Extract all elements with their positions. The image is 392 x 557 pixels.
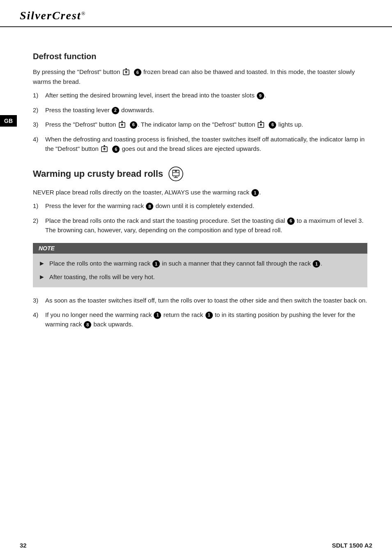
defrost-steps: 1) After setting the desired browning le… — [33, 90, 367, 154]
badge-1c: 1 — [154, 312, 161, 319]
note-box: NOTE ► Place the rolls onto the warming … — [33, 243, 367, 287]
note-arrow-2: ► — [39, 272, 47, 282]
warming-step-3: 3) As soon as the toaster switches itsel… — [33, 296, 367, 305]
note-arrow-1: ► — [39, 259, 47, 269]
warming-heading-container: Warming up crusty bread rolls ≋ — [33, 166, 367, 182]
warming-step-4: 4) If you no longer need the warming rac… — [33, 310, 367, 329]
warming-section: Warming up crusty bread rolls ≋ NEVER pl… — [33, 166, 367, 329]
badge-8: 8 — [146, 203, 153, 210]
badge-8b: 8 — [84, 321, 91, 328]
defrost-button-icon-4 — [101, 145, 110, 154]
model-number: SDLT 1500 A2 — [332, 542, 372, 549]
warming-intro: NEVER place bread rolls directly on the … — [33, 187, 367, 197]
note-body: ► Place the rolls onto the warming rack … — [33, 254, 367, 287]
badge-6e: 6 — [287, 217, 295, 225]
svg-text:≋: ≋ — [175, 170, 177, 173]
brand-logo: SilverCrest® — [20, 9, 86, 22]
warming-steps-2: 3) As soon as the toaster switches itsel… — [33, 296, 367, 329]
main-content: Defrost function By pressing the "Defros… — [0, 27, 392, 350]
page-number: 32 — [20, 542, 27, 549]
defrost-step-4: 4) When the defrosting and toasting proc… — [33, 134, 367, 154]
badge-1-intro: 1 — [251, 189, 259, 196]
defrost-button-icon — [122, 68, 131, 77]
badge-6: 6 — [134, 69, 141, 76]
warming-heading: Warming up crusty bread rolls — [33, 169, 163, 179]
badge-6b: 6 — [130, 121, 137, 129]
badge-6d: 6 — [112, 146, 120, 153]
note-item-1: ► Place the rolls onto the warming rack … — [39, 259, 362, 269]
defrost-intro: By pressing the "Defrost" button 6 froze… — [33, 67, 367, 86]
defrost-button-icon-3 — [257, 120, 266, 129]
defrost-step-1: 1) After setting the desired browning le… — [33, 90, 367, 100]
warming-rack-icon: ≋ — [168, 166, 184, 182]
svg-point-36 — [169, 167, 183, 181]
badge-1a: 1 — [152, 260, 160, 268]
brand-name: SilverCrest — [20, 9, 81, 22]
defrost-step-3: 3) Press the "Defrost" button 6. — [33, 120, 367, 129]
note-item-2: ► After toasting, the rolls will be very… — [39, 272, 362, 282]
badge-2: 2 — [112, 107, 119, 114]
brand-trademark: ® — [81, 10, 86, 16]
defrost-heading: Defrost function — [33, 52, 367, 61]
note-header: NOTE — [33, 243, 367, 254]
language-label: GB — [0, 115, 17, 127]
badge-6c: 6 — [269, 121, 276, 129]
warming-steps-1: 1) Press the lever for the warming rack … — [33, 201, 367, 235]
footer: 32 SDLT 1500 A2 — [0, 542, 392, 549]
defrost-section: Defrost function By pressing the "Defros… — [33, 52, 367, 154]
defrost-step-2: 2) Press the toasting lever 2 downwards. — [33, 105, 367, 115]
warming-step-2: 2) Place the bread rolls onto the rack a… — [33, 216, 367, 235]
badge-1d: 1 — [205, 312, 213, 319]
defrost-button-icon-2 — [118, 120, 127, 129]
header: SilverCrest® — [0, 0, 392, 27]
badge-9: 9 — [257, 92, 264, 99]
warming-step-1: 1) Press the lever for the warming rack … — [33, 201, 367, 210]
badge-1b: 1 — [313, 260, 320, 268]
